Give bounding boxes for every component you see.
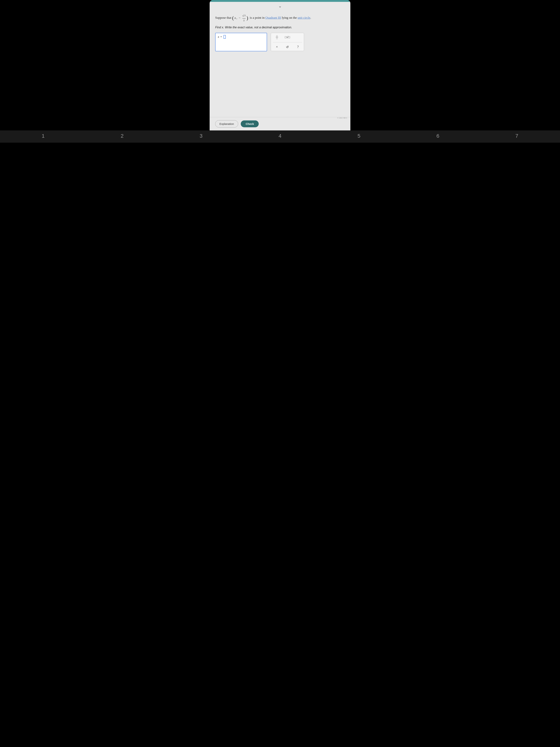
copyright-text: © 2021 MCC <box>337 117 347 119</box>
help-icon: ? <box>297 45 299 49</box>
multiply-button[interactable]: × <box>273 44 281 50</box>
multiply-icon: × <box>276 45 278 49</box>
answer-label: x <box>218 35 219 39</box>
close-paren: ) <box>246 16 248 21</box>
problem-statement: Suppose that ( x , − √5 5 ) is a point i… <box>215 14 345 22</box>
text-cursor <box>223 35 226 39</box>
taskbar-num-3: 3 <box>199 133 203 139</box>
taskbar-item-3[interactable]: 3 <box>199 133 203 139</box>
taskbar-num-1: 1 <box>42 133 45 139</box>
equals-sign: = <box>220 35 222 39</box>
answer-input-box[interactable]: x = <box>215 33 267 51</box>
top-bar <box>210 0 350 2</box>
undo-icon: ↺ <box>286 45 289 49</box>
taskbar-item-1[interactable]: 1 <box>42 133 45 139</box>
bottom-bar: Explanation Check <box>210 117 350 130</box>
explanation-button[interactable]: Explanation <box>215 120 238 127</box>
undo-button[interactable]: ↺ <box>283 44 292 50</box>
fraction-numerator: √5 <box>242 14 245 19</box>
sqrt-icon: □√□ <box>285 35 290 39</box>
taskbar-num-2: 2 <box>121 133 124 139</box>
problem-prefix: Suppose that <box>215 16 231 20</box>
sqrt-button[interactable]: □√□ <box>283 34 292 40</box>
open-paren: ( <box>232 16 234 21</box>
math-toolbar: □ □ □√□ × ↺ ? <box>271 33 304 51</box>
sqrt-symbol: √ <box>242 14 244 18</box>
taskbar-num-7: 7 <box>515 133 518 139</box>
period: . <box>310 16 311 20</box>
taskbar-item-6[interactable]: 6 <box>436 133 439 139</box>
instruction-text: Find x. Write the exact value, not a dec… <box>215 26 345 29</box>
fraction-sqrt5-over-5: √5 5 <box>242 14 245 22</box>
fraction-icon-denominator: □ <box>276 37 278 40</box>
comma: , <box>236 16 237 20</box>
fraction-icon-numerator: □ <box>276 35 278 37</box>
fraction-denominator: 5 <box>243 19 245 23</box>
minus-sign: − <box>238 16 241 20</box>
taskbar: 1 2 3 4 5 6 7 <box>0 130 560 143</box>
taskbar-num-4: 4 <box>278 133 282 139</box>
content-area: Suppose that ( x , − √5 5 ) is a point i… <box>210 10 350 117</box>
check-button[interactable]: Check <box>241 121 259 127</box>
problem-suffix: is a point in <box>250 16 265 20</box>
input-row: x = □ □ □√□ <box>215 33 345 51</box>
fraction-button[interactable]: □ □ <box>273 34 281 40</box>
sqrt-value: 5 <box>244 14 246 18</box>
taskbar-item-7[interactable]: 7 <box>515 133 518 139</box>
quadrant-link[interactable]: Quadrant III <box>265 16 281 20</box>
chevron-area: ⌄ <box>210 2 350 10</box>
math-expression: ( x , − √5 5 ) <box>232 14 248 22</box>
taskbar-num-6: 6 <box>436 133 439 139</box>
taskbar-item-5[interactable]: 5 <box>357 133 361 139</box>
help-button[interactable]: ? <box>294 44 302 50</box>
var-x: x <box>235 16 236 20</box>
taskbar-item-2[interactable]: 2 <box>121 133 124 139</box>
taskbar-num-5: 5 <box>357 133 361 139</box>
taskbar-item-4[interactable]: 4 <box>278 133 282 139</box>
unit-circle-link[interactable]: unit circle <box>298 16 310 20</box>
chevron-down-icon: ⌄ <box>278 4 282 8</box>
lying-on-text: lying on the <box>282 16 297 20</box>
toolbar-divider <box>273 42 302 43</box>
screen: ⌄ Suppose that ( x , − √5 5 ) is a point… <box>210 0 350 130</box>
fraction-icon: □ □ <box>276 35 278 40</box>
equation-part: x = <box>218 35 226 39</box>
